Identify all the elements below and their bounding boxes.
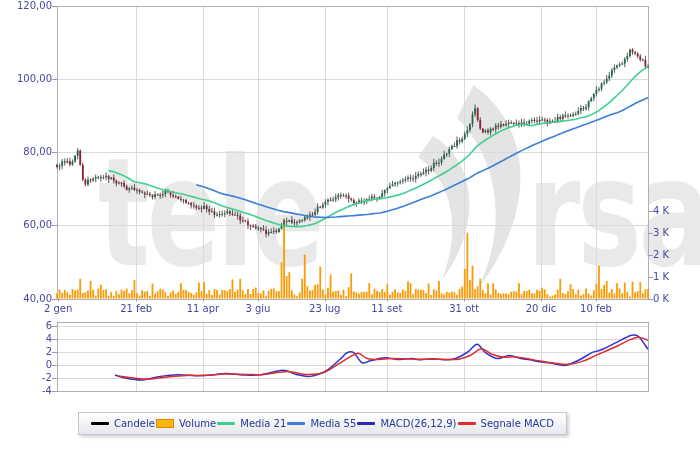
legend-item: Candele [91,418,155,429]
date-axis-label: 3 giu [245,303,270,314]
legend-line-swatch [357,422,375,425]
legend-item-label: Segnale MACD [481,418,554,429]
volume-axis-label: 0 K [653,293,669,304]
date-axis-label: 23 lug [309,303,340,314]
stock-chart: tele rsa 120,00100,0080,0060,0040,004 K3… [0,0,700,451]
legend-line-swatch [91,422,109,425]
date-axis-label: 11 set [371,303,402,314]
legend-line-swatch [458,422,476,425]
macd-axis-label: 4 [0,333,52,344]
macd-axis-label: 2 [0,346,52,357]
macd-axis-label: 6 [0,320,52,331]
legend-item: MACD(26,12,9) [357,418,456,429]
date-axis-label: 20 dic [526,303,557,314]
price-axis-label: 120,00 [0,0,52,11]
legend-item: Media 55 [287,418,356,429]
legend-item: Volume [156,418,216,429]
legend-item-label: Media 21 [240,418,286,429]
legend-item-label: MACD(26,12,9) [380,418,456,429]
volume-axis-label: 1 K [653,271,669,282]
legend-item: Segnale MACD [458,418,554,429]
date-axis-label: 2 gen [44,303,72,314]
volume-axis-label: 2 K [653,249,669,260]
legend-item-label: Volume [179,418,216,429]
price-axis-label: 60,00 [0,219,52,230]
price-axis-label: 100,00 [0,73,52,84]
legend-item-label: Media 55 [310,418,356,429]
macd-axis-label: -4 [0,385,52,396]
legend-line-swatch [217,422,235,425]
price-axis-label: 80,00 [0,146,52,157]
legend-line-swatch [287,422,305,425]
date-axis-label: 31 ott [449,303,479,314]
date-axis-label: 10 feb [580,303,612,314]
date-axis-label: 21 feb [120,303,152,314]
legend: CandeleVolumeMedia 21Media 55MACD(26,12,… [78,412,567,435]
axis-labels-layer: 120,00100,0080,0060,0040,004 K3 K2 K1 K0… [0,0,700,451]
legend-item-label: Candele [114,418,155,429]
macd-axis-label: -2 [0,372,52,383]
volume-axis-label: 4 K [653,205,669,216]
date-axis-label: 11 apr [187,303,220,314]
legend-item: Media 21 [217,418,286,429]
volume-axis-label: 3 K [653,227,669,238]
macd-axis-label: 0 [0,359,52,370]
legend-volume-swatch [156,419,174,428]
price-axis-label: 40,00 [0,293,52,304]
